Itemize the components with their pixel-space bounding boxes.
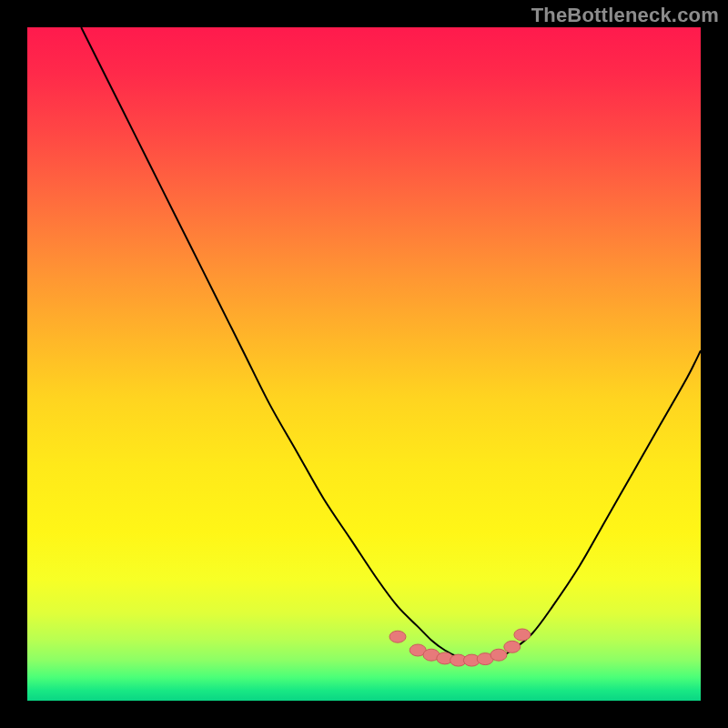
valley-marker (504, 641, 521, 652)
gradient-bg (27, 27, 701, 701)
plot-area (27, 27, 701, 701)
valley-marker (514, 629, 531, 641)
valley-marker (490, 649, 507, 661)
valley-marker (389, 631, 406, 642)
watermark-text: TheBottleneck.com (531, 4, 719, 27)
chart-frame: TheBottleneck.com (0, 0, 728, 728)
chart-svg (27, 27, 701, 701)
